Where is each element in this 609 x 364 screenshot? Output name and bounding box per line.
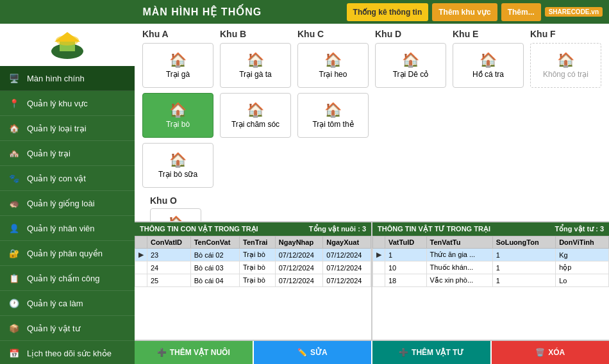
supply-cell-sl-1: 1 [492, 249, 556, 261]
top-bar-buttons: Thống kê thông tin Thêm khu vực Thêm... … [347, 3, 603, 21]
sidebar-item-quan-ly-vat-tu[interactable]: 📦 Quản lý vật tư [0, 316, 135, 341]
sidebar-label-giong-loai: Quản lý giống loài [27, 199, 95, 208]
supply-row-1[interactable]: ▶ 1 Thức ăn gia ... 1 Kg [373, 249, 609, 261]
supply-row-2[interactable]: 10 Thuốc khán... 1 hộp [373, 261, 609, 274]
plus-icon-supply: ➕ [399, 348, 408, 357]
svg-point-2 [56, 35, 79, 46]
card-trai-ga[interactable]: 🏠 Trại gà [142, 43, 213, 88]
house-icon-ca: 🏠 [480, 52, 497, 69]
supply-cell-dv-2: hộp [556, 261, 609, 274]
sidebar-item-man-hinh-chinh[interactable]: 🖥️ Màn hình chính [0, 66, 135, 91]
sidebar-item-quan-ly-giong-loai[interactable]: 🦔 Quản lý giống loài [0, 191, 135, 216]
supply-info-title: THÔNG TIN VẬT TƯ TRONG TRẠI [378, 225, 490, 233]
cell-xuat-3: 07/12/2024 [323, 274, 371, 287]
sidebar-item-lich-suc-khoe[interactable]: 📅 Lịch theo dõi sức khỏe [0, 341, 135, 364]
khu-o-card[interactable]: 🏠 [150, 208, 201, 221]
supply-info-header: THÔNG TIN VẬT TƯ TRONG TRẠI Tổng vật tư … [372, 222, 609, 236]
species-icon: 🦔 [6, 195, 22, 211]
animal-row-3[interactable]: 25 Bò cái 04 Trại bò 07/12/2024 07/12/20… [135, 274, 371, 287]
th-vat-tu-id: VatTuID [385, 236, 427, 249]
cell-id-1: 23 [147, 249, 191, 261]
animal-info-header: THÔNG TIN CON VẬT TRONG TRẠI Tổng vật nu… [135, 222, 371, 236]
th-ten-trai: TenTrai [240, 236, 276, 249]
sidebar-item-quan-ly-con-vat[interactable]: 🐾 Quản lý con vật [0, 166, 135, 191]
khu-o-title: Khu O [150, 195, 594, 206]
animal-row-1[interactable]: ▶ 23 Bò cái 02 Trại bò 07/12/2024 07/12/… [135, 249, 371, 261]
btn-them-khu-vuc[interactable]: Thêm khu vực [432, 3, 497, 21]
card-label-de: Trại Dê cỏ [393, 70, 429, 79]
sidebar-item-quan-ly-phan-quyen[interactable]: 🔐 Quản lý phân quyền [0, 241, 135, 266]
cell-trai-3: Trại bò [240, 274, 276, 287]
sidebar-item-quan-ly-cham-cong[interactable]: 📋 Quản lý chấm công [0, 266, 135, 291]
card-label-tom: Trại tôm thẻ [312, 120, 353, 129]
animal-row-2[interactable]: 24 Bò cái 03 Trại bò 07/12/2024 07/12/20… [135, 261, 371, 274]
sidebar-item-quan-ly-trai[interactable]: 🏘️ Quản lý trại [0, 141, 135, 166]
card-khong-co-trai[interactable]: 🏠 Không có trại [530, 43, 601, 88]
card-label-trai-bo: Trại bò [166, 120, 190, 129]
khu-b-title: Khu B [220, 29, 291, 39]
btn-thong-ke[interactable]: Thống kê thông tin [347, 3, 429, 21]
supply-cell-sl-3: 1 [492, 274, 556, 287]
cell-trai-1: Trại bò [240, 249, 276, 261]
card-ho-ca-tra[interactable]: 🏠 Hồ cá tra [453, 43, 524, 88]
animal-total-label: Tổng vật nuôi : [309, 225, 360, 233]
btn-them-vat-tu[interactable]: ➕ THÊM VẬT TƯ [372, 341, 490, 364]
supply-row-3[interactable]: 18 Vắc xin phò... 1 Lo [373, 274, 609, 287]
cell-id-3: 25 [147, 274, 191, 287]
sidebar-label-khu-vuc: Quản lý khu vực [27, 99, 88, 108]
supply-count: Tổng vật tư : 3 [555, 225, 604, 233]
card-trai-de-co[interactable]: 🏠 Trại Dê cỏ [375, 43, 446, 88]
supply-row-indicator-3 [373, 274, 385, 287]
th-don-vi: DonViTinh [556, 236, 609, 249]
cell-xuat-1: 07/12/2024 [323, 249, 371, 261]
card-trai-bo-sua[interactable]: 🏠 Trại bò sữa [142, 143, 213, 188]
card-label-ga-ta: Trại gà ta [239, 70, 272, 79]
trash-icon: 🗑️ [535, 348, 545, 357]
btn-them[interactable]: Thêm... [501, 3, 541, 21]
card-label-heo: Trại heo [319, 70, 347, 79]
khu-c-title: Khu C [297, 29, 369, 39]
card-trai-tom-the[interactable]: 🏠 Trại tôm thẻ [297, 93, 369, 138]
sidebar: 🖥️ Màn hình chính 📍 Quản lý khu vực 🏠 Qu… [0, 24, 135, 364]
lock-icon: 🔐 [6, 245, 22, 261]
box-icon: 📦 [6, 320, 22, 336]
cell-xuat-2: 07/12/2024 [323, 261, 371, 274]
farm-area: Khu A 🏠 Trại gà 🏠 Trại bò 🏠 Trại bò sữa [135, 24, 609, 221]
cell-ten-1: Bò cái 02 [190, 249, 239, 261]
supply-info-panel: THÔNG TIN VẬT TƯ TRONG TRẠI Tổng vật tư … [371, 222, 609, 340]
card-trai-ga-ta[interactable]: 🏠 Trại gà ta [220, 43, 291, 88]
farm-icon: 🏘️ [6, 145, 22, 161]
house-icon-ga: 🏠 [169, 52, 187, 69]
house-icon-cham-soc: 🏠 [247, 102, 264, 119]
supply-row-indicator-1: ▶ [373, 249, 385, 261]
sidebar-item-quan-ly-nhan-vien[interactable]: 👤 Quản lý nhân viên [0, 216, 135, 241]
clock-icon: 🕐 [6, 295, 22, 311]
sidebar-item-quan-ly-loai-trai[interactable]: 🏠 Quản lý loại trại [0, 116, 135, 141]
sidebar-logo [0, 24, 135, 66]
watermark: ShareCode.vn [206, 208, 594, 221]
card-trai-cham-soc[interactable]: 🏠 Trại chăm sóc [220, 93, 291, 138]
btn-them-vat-nuoi-label: THÊM VẬT NUÔI [170, 348, 230, 357]
card-trai-heo[interactable]: 🏠 Trại heo [297, 43, 369, 88]
btn-xoa[interactable]: 🗑️ XÓA [492, 341, 610, 364]
supply-cell-id-1: 1 [385, 249, 427, 261]
sidebar-label-vat-tu: Quản lý vật tư [27, 324, 80, 333]
sidebar-label-con-vat: Quản lý con vật [27, 174, 86, 183]
card-label-trai-bo-sua: Trại bò sữa [158, 170, 197, 179]
house-icon-o: 🏠 [167, 215, 185, 221]
location-icon: 📍 [6, 95, 22, 111]
card-label-trai-ga: Trại gà [166, 70, 190, 79]
sidebar-item-quan-ly-ca-lam[interactable]: 🕐 Quản lý ca làm [0, 291, 135, 316]
sidebar-item-quan-ly-khu-vuc[interactable]: 📍 Quản lý khu vực [0, 91, 135, 116]
th-ngay-nhap: NgayNhap [275, 236, 323, 249]
supply-cell-id-2: 10 [385, 261, 427, 274]
btn-sua[interactable]: ✏️ SỬA [254, 341, 372, 364]
card-trai-bo[interactable]: 🏠 Trại bò [142, 93, 213, 138]
animal-info-title: THÔNG TIN CON VẬT TRONG TRẠI [140, 225, 258, 233]
btn-them-vat-nuoi[interactable]: ➕ THÊM VẬT NUÔI [135, 341, 253, 364]
data-section: THÔNG TIN CON VẬT TRONG TRẠI Tổng vật nu… [135, 221, 609, 340]
khu-o-row: 🏠 ShareCode.vn [150, 208, 594, 221]
supply-cell-ten-2: Thuốc khán... [426, 261, 492, 274]
house-icon-bo-sua: 🏠 [169, 152, 187, 169]
farm-column-c: Khu C 🏠 Trại heo 🏠 Trại tôm thẻ [297, 29, 369, 193]
